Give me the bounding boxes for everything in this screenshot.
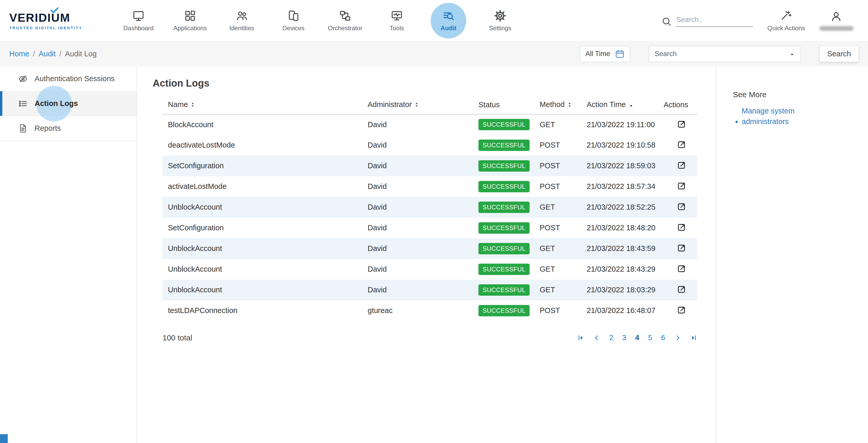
nav-label: Applications (173, 25, 207, 32)
main-navigation: Dashboard Applications Identities Device… (113, 0, 526, 41)
cell-name: UnblockAccount (162, 197, 362, 218)
page-title: Action Logs (153, 78, 716, 89)
first-page-button[interactable] (577, 334, 584, 342)
breadcrumb-home[interactable]: Home (9, 50, 29, 58)
nav-label: Settings (489, 25, 512, 32)
column-header-action-time[interactable]: Action Time (581, 96, 658, 114)
nav-item-settings[interactable]: Settings (474, 0, 526, 41)
cell-method: GET (534, 114, 581, 135)
open-log-details-icon[interactable] (677, 242, 687, 253)
cell-name: SetConfiguration (162, 218, 362, 238)
cell-status: SUCCESSFUL (473, 114, 534, 135)
status-badge: SUCCESSFUL (478, 140, 530, 151)
nav-item-applications[interactable]: Applications (164, 0, 216, 41)
status-badge: SUCCESSFUL (478, 160, 530, 172)
user-menu[interactable] (819, 10, 854, 31)
cell-status: SUCCESSFUL (473, 279, 534, 300)
manage-system-administrators-link[interactable]: Manage system administrators (742, 106, 809, 127)
cell-administrator: David (362, 197, 473, 218)
cell-administrator: David (362, 259, 473, 279)
cell-administrator: David (362, 176, 473, 197)
page-link[interactable]: 2 (609, 333, 613, 342)
page-link-current[interactable]: 4 (635, 333, 640, 342)
cell-status: SUCCESSFUL (473, 238, 534, 259)
cell-administrator: David (362, 218, 473, 238)
cell-action-time: 21/03/2022 16:48:07 (581, 300, 658, 321)
sort-both-icon (568, 101, 571, 109)
time-range-button[interactable]: All Time (580, 46, 630, 62)
column-header-administrator[interactable]: Administrator (362, 96, 473, 114)
breadcrumb-current: Audit Log (65, 50, 97, 58)
cell-action-time: 21/03/2022 19:10:58 (581, 135, 658, 156)
cell-administrator: David (362, 279, 473, 300)
column-header-name[interactable]: Name (162, 96, 362, 114)
table-row: activateLostMode David SUCCESSFUL POST 2… (162, 176, 697, 197)
open-log-details-icon[interactable] (677, 284, 687, 294)
open-log-details-icon[interactable] (677, 304, 687, 315)
action-logs-icon (18, 99, 28, 109)
magic-wand-icon (780, 9, 792, 22)
column-header-method[interactable]: Method (534, 96, 581, 114)
user-avatar-icon (830, 10, 843, 23)
page-link[interactable]: 3 (622, 333, 626, 342)
sidebar-item-authentication-sessions[interactable]: Authentication Sessions (0, 66, 137, 91)
see-more-title: See More (733, 90, 858, 99)
cell-actions (658, 114, 697, 135)
next-page-button[interactable] (674, 334, 681, 342)
table-row: testLDAPConnection gtureac SUCCESSFUL PO… (162, 300, 697, 321)
nav-item-devices[interactable]: Devices (268, 0, 319, 41)
open-log-details-icon[interactable] (677, 180, 687, 191)
quick-actions-button[interactable]: Quick Actions (768, 9, 805, 32)
status-badge: SUCCESSFUL (478, 181, 530, 192)
cell-actions (658, 300, 697, 321)
open-log-details-icon[interactable] (677, 159, 687, 170)
cell-name: BlockAccount (162, 114, 362, 135)
see-more-panel: See More Manage system administrators (716, 66, 868, 443)
top-bar: VERIDIUM TRUSTED DIGITAL IDENTITY Dashbo… (0, 0, 868, 41)
tools-icon (391, 9, 403, 22)
cell-actions (658, 238, 697, 259)
table-row: BlockAccount David SUCCESSFUL GET 21/03/… (162, 114, 697, 135)
brand-logo[interactable]: VERIDIUM TRUSTED DIGITAL IDENTITY (9, 11, 87, 30)
page-link[interactable]: 6 (661, 333, 665, 342)
breadcrumb-audit[interactable]: Audit (38, 50, 56, 58)
cell-method: GET (534, 197, 581, 218)
open-log-details-icon[interactable] (677, 139, 687, 150)
cell-administrator: David (362, 114, 473, 135)
nav-label: Tools (390, 25, 404, 32)
open-log-details-icon[interactable] (677, 222, 687, 232)
cell-status: SUCCESSFUL (473, 300, 534, 321)
global-search-input[interactable] (676, 14, 753, 27)
search-filter-label: Search (655, 50, 677, 58)
open-log-details-icon[interactable] (677, 118, 687, 129)
cell-method: POST (534, 218, 581, 238)
last-page-button[interactable] (690, 334, 697, 342)
search-button[interactable]: Search (819, 46, 859, 62)
table-row: UnblockAccount David SUCCESSFUL GET 21/0… (162, 259, 697, 279)
brand-check-icon (50, 7, 59, 14)
column-header-status[interactable]: Status (473, 96, 534, 114)
nav-item-identities[interactable]: Identities (216, 0, 268, 41)
time-range-label: All Time (585, 50, 610, 58)
brand-name: VERIDIUM (9, 11, 87, 25)
page-link[interactable]: 5 (648, 333, 652, 342)
table-row: UnblockAccount David SUCCESSFUL GET 21/0… (162, 238, 697, 259)
column-header-actions: Actions (658, 96, 697, 114)
sidebar-item-action-logs[interactable]: Action Logs (0, 91, 137, 116)
status-badge: SUCCESSFUL (478, 264, 530, 275)
search-filter-dropdown[interactable]: Search (649, 46, 801, 62)
nav-item-audit[interactable]: Audit (423, 0, 474, 41)
nav-item-tools[interactable]: Tools (371, 0, 423, 41)
open-log-details-icon[interactable] (677, 263, 687, 274)
nav-item-dashboard[interactable]: Dashboard (113, 0, 164, 41)
table-row: SetConfiguration David SUCCESSFUL POST 2… (162, 156, 697, 176)
prev-page-button[interactable] (593, 334, 600, 342)
sidebar-item-reports[interactable]: Reports (0, 116, 137, 141)
open-log-details-icon[interactable] (677, 201, 687, 212)
list-item: Manage system administrators (742, 106, 858, 127)
nav-item-orchestrator[interactable]: Orchestrator (319, 0, 371, 41)
orchestrator-icon (339, 9, 351, 22)
nav-label: Orchestrator (328, 25, 362, 32)
search-icon[interactable] (661, 16, 672, 27)
cell-actions (658, 218, 697, 238)
